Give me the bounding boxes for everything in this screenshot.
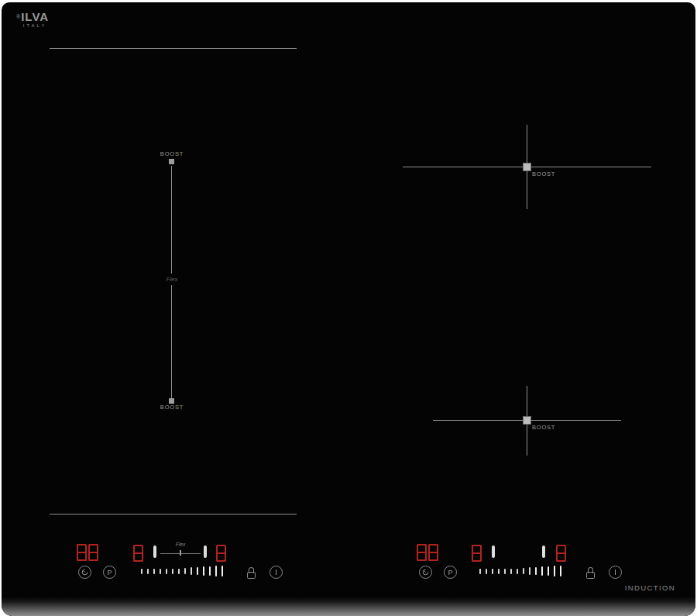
power-icon [615,570,616,575]
slider-tick[interactable] [203,566,204,575]
slider-tick[interactable] [153,569,155,574]
slider-tick[interactable] [529,567,530,574]
slider-tick[interactable] [221,566,223,577]
zone-slider-handle-left[interactable] [492,545,495,558]
slider-tick[interactable] [191,567,192,574]
slider-tick[interactable] [554,566,555,576]
flex-zone-top-boundary-line [50,48,297,49]
panel-flex-label: Flex [176,542,185,547]
slider-tick[interactable] [166,569,167,574]
power-boost-button[interactable]: P [444,566,457,579]
slider-tick[interactable] [498,569,500,574]
flex-zone-boost-bottom-marker [169,398,174,404]
flex-zone-boost-bottom-label: BOOST [160,404,184,411]
slider-tick[interactable] [215,566,217,576]
timer-display [417,544,438,561]
slider-tick[interactable] [172,569,173,574]
slider-tick[interactable] [510,569,512,574]
timer-display [77,544,98,561]
slider-tick[interactable] [535,567,537,575]
slider-tick[interactable] [492,569,493,574]
zone-power-display-a [133,545,143,562]
cooktop-surface: ® ILVA ITALY BOOST Flex BOOST BOOST BOOS… [2,2,695,616]
lock-button[interactable] [586,567,595,579]
seven-segment-digit [428,544,438,561]
power-button[interactable] [609,566,622,579]
flex-zone-bottom-boundary-line [50,514,297,514]
power-icon [276,570,277,575]
power-button[interactable] [270,566,283,579]
slider-tick[interactable] [517,569,518,574]
flex-slider-handle-left[interactable] [153,545,156,558]
seven-segment-digit [77,544,87,561]
induction-label: INDUCTION [625,583,675,592]
slider-tick[interactable] [504,569,506,574]
zone-right-bottom-center-marker [523,416,531,425]
seven-segment-digit [133,545,143,562]
product-photo: ® ILVA ITALY BOOST Flex BOOST BOOST BOOS… [0,0,697,616]
zone-right-top-center-marker [523,163,531,171]
slider-tick[interactable] [209,566,211,576]
timer-button[interactable] [78,566,91,579]
brand-name: ILVA [21,11,49,22]
seven-segment-digit [88,544,98,561]
flex-bridge-center-tick [180,550,181,556]
slider-tick[interactable] [541,566,543,575]
glass-front-edge [2,596,695,616]
brand-country: ITALY [16,23,49,28]
flex-slider-handle-right[interactable] [204,545,207,558]
slider-tick[interactable] [479,569,481,574]
brand-logo: ® ILVA ITALY [16,11,49,28]
power-boost-button[interactable]: P [103,566,116,579]
zone-power-display-b [216,545,226,562]
control-panel-right: P [412,541,637,586]
control-panel-left: Flex P [71,541,296,586]
slider-tick[interactable] [197,567,198,575]
power-level-slider[interactable] [479,565,561,577]
slider-tick[interactable] [548,566,549,576]
power-boost-icon: P [107,569,112,576]
flex-zone-boost-top-label: BOOST [160,150,184,157]
zone-power-display-a [472,545,482,562]
flex-zone-label: Flex [163,274,180,285]
power-level-slider[interactable] [141,565,223,577]
slider-tick[interactable] [184,568,186,574]
slider-tick[interactable] [141,569,142,574]
timer-icon [421,568,430,576]
seven-segment-digit [556,545,566,562]
slider-tick[interactable] [560,566,561,577]
slider-tick[interactable] [147,569,149,574]
slider-tick[interactable] [523,568,524,574]
slider-tick[interactable] [486,569,487,574]
slider-tick[interactable] [160,569,161,574]
timer-button[interactable] [419,566,432,579]
zone-right-bottom-boost-label: BOOST [532,424,555,431]
timer-icon [81,568,89,576]
seven-segment-digit [417,544,427,561]
power-boost-icon: P [448,569,452,576]
flex-zone-boost-top-marker [169,159,174,164]
slider-tick[interactable] [178,569,180,574]
seven-segment-digit [216,545,226,562]
zone-right-top-boost-label: BOOST [532,170,555,177]
zone-slider-handle-right[interactable] [542,545,545,558]
lock-button[interactable] [247,567,256,579]
zone-power-display-b [556,545,566,562]
registered-mark: ® [16,14,20,19]
seven-segment-digit [472,545,482,562]
